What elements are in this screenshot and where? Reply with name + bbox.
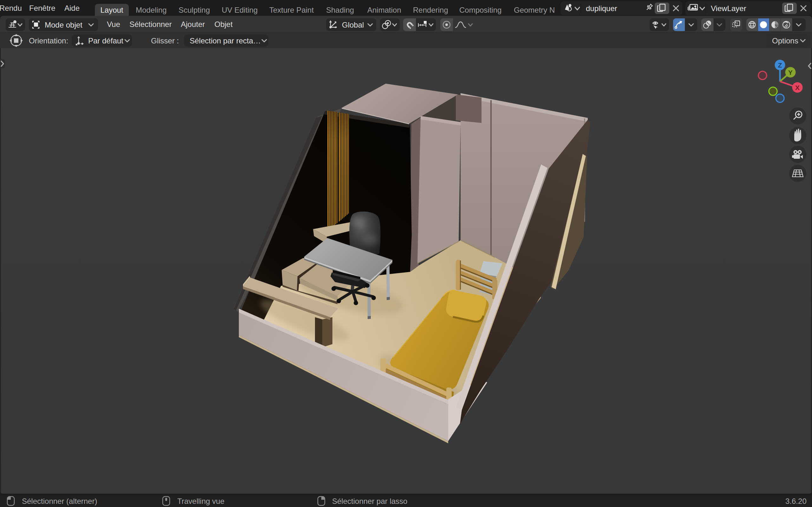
svg-text:X: X bbox=[795, 84, 800, 91]
svg-text:Z: Z bbox=[778, 61, 782, 69]
svg-text:Y: Y bbox=[788, 69, 793, 76]
